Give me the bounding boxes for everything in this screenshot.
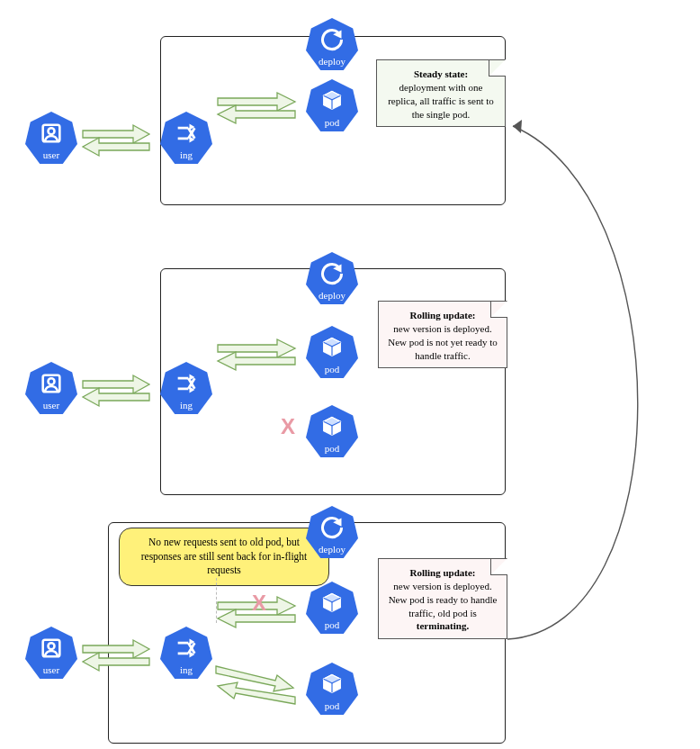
user-icon-3: user xyxy=(25,627,77,679)
feedback-arrow xyxy=(500,90,689,666)
diagram-canvas: user ing deploy pod Steady state: deploy… xyxy=(0,0,700,749)
note-u1-title: Rolling update: xyxy=(409,310,475,320)
arrows-ing-pod-2 xyxy=(216,337,304,373)
svg-point-11 xyxy=(49,643,55,649)
user-icon-2: user xyxy=(25,362,77,414)
note-update1: Rolling update: new version is deployed.… xyxy=(378,301,507,368)
arrows-user-ing-2 xyxy=(81,373,158,409)
arrows-ing-pod-new xyxy=(214,661,304,711)
note-u2-title: Rolling update: xyxy=(409,567,475,578)
yellow-note: No new requests sent to old pod, but res… xyxy=(119,528,329,586)
svg-marker-15 xyxy=(513,120,522,133)
yellow-note-text: No new requests sent to old pod, but res… xyxy=(141,537,308,575)
arrows-user-ing-1 xyxy=(81,122,158,158)
note-steady-title: Steady state: xyxy=(414,68,468,79)
note-u2-tail: terminating. xyxy=(417,620,469,631)
blocked-x-2: X xyxy=(252,591,266,616)
note-steady-body: deployment with one replica, all traffic… xyxy=(388,82,494,120)
deploy-label: deploy xyxy=(319,57,346,67)
note-steady: Steady state: deployment with one replic… xyxy=(376,59,506,127)
svg-point-1 xyxy=(49,128,55,134)
note-u2-body: new version is deployed. New pod is read… xyxy=(389,581,498,618)
ing-label: ing xyxy=(180,150,193,160)
arrows-user-ing-3 xyxy=(81,637,158,673)
blocked-x-1: X xyxy=(281,414,295,439)
svg-point-6 xyxy=(49,378,55,384)
pod-label: pod xyxy=(325,118,340,128)
user-label: user xyxy=(43,150,59,160)
note-u1-body: new version is deployed. New pod is not … xyxy=(388,323,498,361)
arrows-ing-pod-1 xyxy=(216,90,304,126)
user-icon: user xyxy=(25,112,77,164)
note-update2: Rolling update: new version is deployed.… xyxy=(378,558,507,639)
